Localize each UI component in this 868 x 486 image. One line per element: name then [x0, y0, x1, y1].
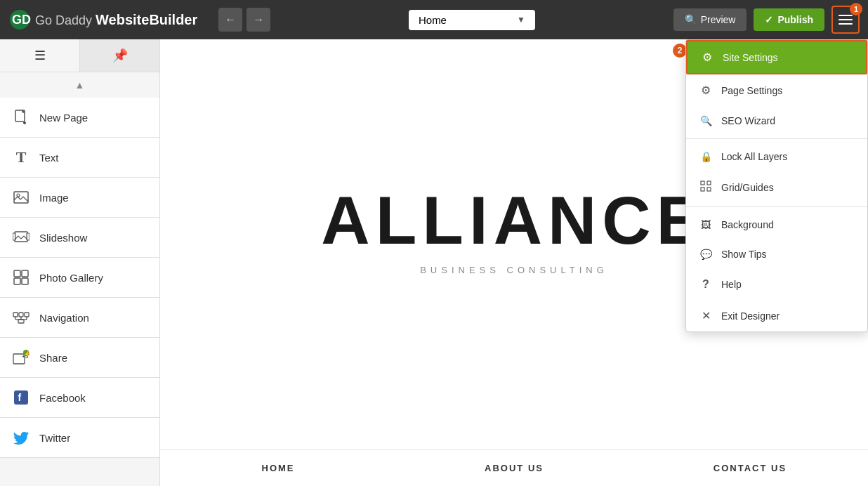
sidebar-item-navigation[interactable]: Navigation [0, 298, 159, 338]
settings-icon: ⚙ [700, 51, 714, 64]
background-icon: 🖼 [699, 219, 713, 230]
facebook-icon: f [11, 388, 31, 407]
dropdown-item-help[interactable]: ? Help [686, 269, 867, 300]
svg-text:f: f [18, 392, 22, 403]
svg-rect-35 [707, 181, 711, 185]
sidebar-item-text[interactable]: T Text [0, 138, 159, 178]
checkmark-icon: ✓ [765, 14, 773, 25]
dropdown-item-seo-wizard[interactable]: 🔍 SEO Wizard [686, 106, 867, 136]
topbar: GD Go Daddy WebsiteBuilder ← → Home ▼ 🔍 … [0, 0, 868, 39]
site-settings-label: Site Settings [723, 52, 778, 63]
forward-button[interactable]: → [246, 8, 270, 32]
exit-icon: ✕ [699, 309, 713, 322]
sidebar-item-photo-gallery[interactable]: Photo Gallery [0, 258, 159, 298]
brand-title: Go Daddy WebsiteBuilder [35, 12, 197, 28]
sidebar-item-slideshow[interactable]: Slideshow [0, 218, 159, 258]
svg-rect-17 [13, 313, 18, 317]
photo-gallery-label: Photo Gallery [39, 272, 103, 284]
image-label: Image [39, 192, 69, 204]
back-button[interactable]: ← [218, 8, 242, 32]
logo-area: GD Go Daddy WebsiteBuilder [8, 8, 197, 31]
sidebar-collapse-arrow[interactable]: ▲ [0, 72, 159, 98]
svg-rect-36 [701, 188, 704, 191]
canvas-nav: HOME ABOUT US CONTACT US [160, 449, 868, 486]
svg-rect-34 [701, 181, 704, 185]
navigation-label: Navigation [39, 312, 89, 324]
svg-rect-10 [15, 232, 27, 242]
chevron-down-icon: ▼ [517, 15, 525, 25]
canvas-nav-contact[interactable]: CONTACT US [632, 450, 868, 486]
godaddy-logo-icon: GD [8, 8, 31, 31]
sidebar-item-facebook[interactable]: f Facebook [0, 378, 159, 418]
svg-rect-18 [19, 313, 23, 317]
facebook-label: Facebook [39, 392, 86, 404]
dropdown-divider-2 [686, 206, 867, 207]
canvas-nav-about[interactable]: ABOUT US [396, 450, 632, 486]
share-label: Share [39, 352, 67, 364]
dropdown-menu: ⚙ Site Settings ⚙ Page Settings 🔍 SEO Wi… [685, 39, 868, 332]
dropdown-item-site-settings[interactable]: ⚙ Site Settings [686, 40, 867, 74]
sidebar: ☰ 📌 ▲ New Page T Text [0, 39, 160, 486]
show-tips-label: Show Tips [721, 249, 767, 260]
search-icon: 🔍 [685, 14, 697, 25]
sidebar-tab-pin[interactable]: 📌 [80, 39, 159, 72]
sidebar-tab-list[interactable]: ☰ [0, 39, 80, 72]
text-label: Text [39, 152, 59, 164]
exit-designer-label: Exit Designer [721, 310, 780, 322]
dropdown-item-show-tips[interactable]: 💬 Show Tips [686, 239, 867, 269]
seo-wizard-label: SEO Wizard [721, 115, 775, 126]
dropdown-item-page-settings[interactable]: ⚙ Page Settings [686, 74, 867, 106]
grid-guides-label: Grid/Guides [721, 182, 774, 193]
menu-bar-2 [839, 19, 853, 20]
tips-icon: 💬 [699, 249, 713, 260]
photo-gallery-icon [11, 268, 31, 287]
sidebar-item-twitter[interactable]: Twitter [0, 418, 159, 458]
page-selector[interactable]: Home ▼ [409, 10, 535, 30]
svg-rect-24 [18, 320, 24, 323]
share-icon: +5 👍 [11, 348, 31, 367]
canvas-nav-home[interactable]: HOME [160, 450, 396, 486]
nav-arrows: ← → [218, 8, 270, 32]
slideshow-icon [11, 228, 31, 247]
svg-rect-15 [14, 278, 20, 284]
dropdown-item-background[interactable]: 🖼 Background [686, 210, 867, 239]
page-settings-icon: ⚙ [699, 84, 713, 97]
svg-rect-14 [22, 270, 28, 277]
navigation-icon [11, 308, 31, 327]
preview-button[interactable]: 🔍 Preview [673, 8, 747, 31]
menu-button[interactable]: 1 [831, 6, 860, 34]
sidebar-item-share[interactable]: +5 👍 Share [0, 338, 159, 378]
lock-icon: 🔒 [699, 151, 713, 162]
business-consulting: BUSINESS CONSULTING [420, 265, 608, 275]
text-icon: T [11, 147, 31, 167]
lock-layers-label: Lock All Layers [721, 151, 787, 162]
svg-point-9 [17, 194, 20, 197]
preview-label: Preview [701, 14, 736, 25]
new-page-label: New Page [39, 112, 88, 124]
svg-rect-16 [22, 278, 28, 284]
background-label: Background [721, 219, 774, 230]
svg-text:👍: 👍 [25, 350, 29, 356]
image-icon [11, 188, 31, 207]
svg-rect-8 [14, 192, 28, 203]
twitter-label: Twitter [39, 432, 70, 444]
sidebar-tabs: ☰ 📌 [0, 39, 159, 72]
svg-rect-37 [707, 188, 711, 191]
dropdown-item-lock-layers[interactable]: 🔒 Lock All Layers [686, 142, 867, 171]
page-dropdown[interactable]: Home ▼ [409, 10, 535, 30]
menu-bar-3 [839, 23, 853, 25]
publish-button[interactable]: ✓ Publish [754, 8, 824, 31]
help-label: Help [721, 279, 742, 290]
menu-bar-1 [839, 15, 853, 16]
page-dropdown-value: Home [419, 14, 447, 26]
sidebar-item-new-page[interactable]: New Page [0, 98, 159, 138]
menu-badge: 1 [850, 3, 862, 15]
svg-rect-13 [14, 270, 20, 277]
svg-rect-19 [25, 313, 29, 317]
dropdown-item-exit-designer[interactable]: ✕ Exit Designer [686, 300, 867, 331]
sidebar-item-image[interactable]: Image [0, 178, 159, 218]
grid-icon [699, 180, 713, 195]
dropdown-item-grid-guides[interactable]: Grid/Guides [686, 171, 867, 204]
publish-label: Publish [777, 14, 813, 25]
page-settings-label: Page Settings [721, 85, 782, 96]
